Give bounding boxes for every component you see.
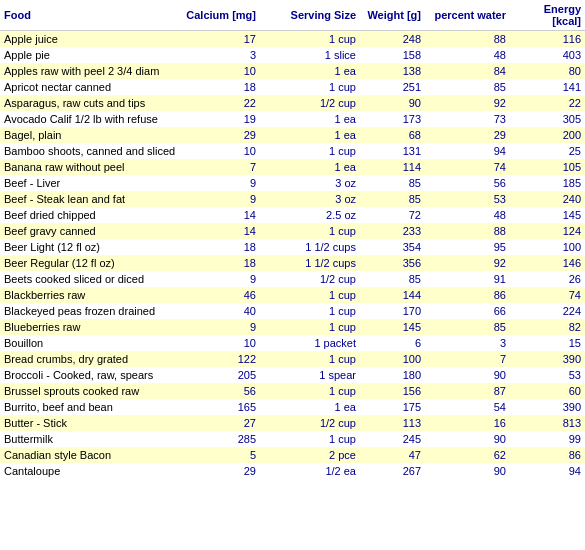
cell-r4-c3: 90 [360,95,425,111]
cell-r5-c0: Avocado Calif 1/2 lb with refuse [0,111,180,127]
cell-r17-c4: 66 [425,303,510,319]
cell-r0-c4: 88 [425,31,510,48]
cell-r6-c1: 29 [180,127,260,143]
cell-r27-c1: 29 [180,463,260,479]
cell-r3-c3: 251 [360,79,425,95]
cell-r27-c0: Cantaloupe [0,463,180,479]
cell-r23-c3: 175 [360,399,425,415]
column-header-1: Calcium [mg] [180,0,260,31]
cell-r26-c0: Canadian style Bacon [0,447,180,463]
cell-r23-c4: 54 [425,399,510,415]
table-row: Beer Light (12 fl oz)181 1/2 cups3549510… [0,239,585,255]
cell-r11-c1: 14 [180,207,260,223]
cell-r27-c3: 267 [360,463,425,479]
cell-r22-c0: Brussel sprouts cooked raw [0,383,180,399]
cell-r7-c0: Bamboo shoots, canned and sliced [0,143,180,159]
cell-r23-c2: 1 ea [260,399,360,415]
nutrition-table: FoodCalcium [mg]Serving SizeWeight [g]pe… [0,0,585,479]
cell-r11-c2: 2.5 oz [260,207,360,223]
table-row: Bamboo shoots, canned and sliced101 cup1… [0,143,585,159]
cell-r25-c2: 1 cup [260,431,360,447]
column-header-4: percent water [425,0,510,31]
cell-r3-c2: 1 cup [260,79,360,95]
cell-r12-c4: 88 [425,223,510,239]
cell-r20-c1: 122 [180,351,260,367]
cell-r15-c1: 9 [180,271,260,287]
cell-r11-c4: 48 [425,207,510,223]
cell-r2-c5: 80 [510,63,585,79]
table-row: Blackeyed peas frozen drained401 cup1706… [0,303,585,319]
cell-r24-c3: 113 [360,415,425,431]
cell-r17-c5: 224 [510,303,585,319]
cell-r17-c2: 1 cup [260,303,360,319]
cell-r8-c4: 74 [425,159,510,175]
cell-r0-c2: 1 cup [260,31,360,48]
cell-r19-c3: 6 [360,335,425,351]
cell-r12-c5: 124 [510,223,585,239]
cell-r6-c3: 68 [360,127,425,143]
cell-r8-c5: 105 [510,159,585,175]
cell-r22-c5: 60 [510,383,585,399]
cell-r15-c5: 26 [510,271,585,287]
cell-r5-c3: 173 [360,111,425,127]
cell-r16-c5: 74 [510,287,585,303]
table-row: Banana raw without peel71 ea11474105 [0,159,585,175]
cell-r20-c3: 100 [360,351,425,367]
cell-r26-c5: 86 [510,447,585,463]
cell-r19-c1: 10 [180,335,260,351]
cell-r5-c1: 19 [180,111,260,127]
table-row: Apricot nectar canned181 cup25185141 [0,79,585,95]
cell-r13-c0: Beer Light (12 fl oz) [0,239,180,255]
cell-r1-c5: 403 [510,47,585,63]
cell-r9-c5: 185 [510,175,585,191]
cell-r7-c2: 1 cup [260,143,360,159]
cell-r7-c3: 131 [360,143,425,159]
cell-r16-c4: 86 [425,287,510,303]
cell-r10-c1: 9 [180,191,260,207]
cell-r19-c0: Bouillon [0,335,180,351]
cell-r9-c4: 56 [425,175,510,191]
cell-r9-c0: Beef - Liver [0,175,180,191]
cell-r27-c2: 1/2 ea [260,463,360,479]
cell-r14-c3: 356 [360,255,425,271]
column-header-5: Energy [kcal] [510,0,585,31]
cell-r22-c1: 56 [180,383,260,399]
table-row: Broccoli - Cooked, raw, spears2051 spear… [0,367,585,383]
cell-r4-c0: Asparagus, raw cuts and tips [0,95,180,111]
cell-r20-c4: 7 [425,351,510,367]
cell-r26-c2: 2 pce [260,447,360,463]
cell-r18-c5: 82 [510,319,585,335]
table-row: Apples raw with peel 2 3/4 diam101 ea138… [0,63,585,79]
cell-r2-c0: Apples raw with peel 2 3/4 diam [0,63,180,79]
cell-r14-c0: Beer Regular (12 fl oz) [0,255,180,271]
cell-r25-c4: 90 [425,431,510,447]
cell-r21-c1: 205 [180,367,260,383]
cell-r11-c0: Beef dried chipped [0,207,180,223]
table-row: Butter - Stick271/2 cup11316813 [0,415,585,431]
table-row: Brussel sprouts cooked raw561 cup1568760 [0,383,585,399]
cell-r2-c4: 84 [425,63,510,79]
cell-r3-c4: 85 [425,79,510,95]
table-row: Blueberries raw91 cup1458582 [0,319,585,335]
cell-r3-c0: Apricot nectar canned [0,79,180,95]
cell-r15-c3: 85 [360,271,425,287]
cell-r1-c1: 3 [180,47,260,63]
cell-r26-c1: 5 [180,447,260,463]
cell-r14-c1: 18 [180,255,260,271]
cell-r16-c1: 46 [180,287,260,303]
cell-r2-c3: 138 [360,63,425,79]
table-row: Bagel, plain291 ea6829200 [0,127,585,143]
cell-r21-c3: 180 [360,367,425,383]
cell-r18-c0: Blueberries raw [0,319,180,335]
cell-r2-c2: 1 ea [260,63,360,79]
cell-r9-c1: 9 [180,175,260,191]
cell-r24-c1: 27 [180,415,260,431]
cell-r5-c4: 73 [425,111,510,127]
cell-r13-c2: 1 1/2 cups [260,239,360,255]
cell-r16-c3: 144 [360,287,425,303]
cell-r27-c5: 94 [510,463,585,479]
table-row: Bread crumbs, dry grated1221 cup1007390 [0,351,585,367]
cell-r7-c5: 25 [510,143,585,159]
column-header-2: Serving Size [260,0,360,31]
table-row: Beef gravy canned141 cup23388124 [0,223,585,239]
